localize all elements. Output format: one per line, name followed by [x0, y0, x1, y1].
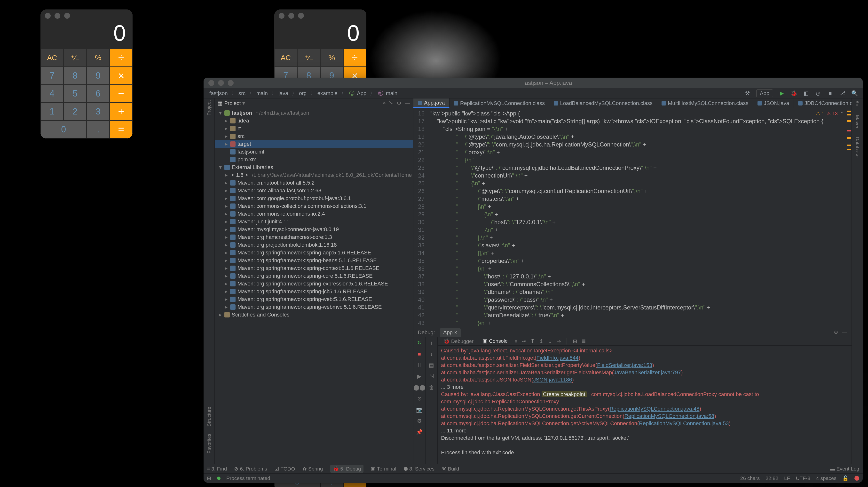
calc-key-0[interactable]: 0 — [40, 120, 87, 139]
calc-key-pct[interactable]: % — [320, 49, 343, 67]
calc-key-ac[interactable]: AC — [274, 49, 297, 67]
search-icon[interactable]: 🔍 — [851, 90, 858, 97]
tree-item[interactable]: ▸target — [215, 140, 413, 148]
tree-lib[interactable]: ▸Maven: org.springframework:spring-web:5… — [215, 295, 413, 303]
zoom-icon[interactable] — [298, 13, 304, 19]
tree-root[interactable]: ▾fastjson~/d4m1ts/java/fastjson — [215, 109, 413, 117]
mute-breakpoints-icon[interactable]: ⊘ — [416, 395, 423, 402]
export-icon[interactable]: ⇲ — [428, 373, 435, 380]
tree-lib[interactable]: ▸Maven: org.springframework:spring-conte… — [215, 264, 413, 272]
calc-key-3[interactable]: 3 — [87, 103, 110, 120]
up-stack-icon[interactable]: ↑ — [428, 339, 435, 347]
stack-link[interactable]: ReplicationMySQLConnection.java:58 — [624, 413, 714, 419]
calc-key-1[interactable]: 1 — [40, 103, 63, 120]
code-editor[interactable]: ⚠ 1 ⚠ 13 ⌃ 16 17 18 19 20 21 22 23 24 25… — [413, 108, 851, 328]
editor-tab[interactable]: JSON.java — [753, 98, 794, 108]
calc-key-5[interactable]: 5 — [63, 85, 87, 103]
problems-tool-button[interactable]: ⊘ 6: Problems — [234, 466, 267, 472]
status-indent[interactable]: 4 spaces — [816, 475, 837, 481]
create-breakpoint-button[interactable]: Create breakpoint — [541, 391, 587, 397]
editor-tab[interactable]: MultiHostMySQLConnection.class — [657, 98, 753, 108]
minimize-icon[interactable] — [218, 80, 224, 86]
fatal-error-icon[interactable] — [855, 476, 859, 481]
debugger-tab[interactable]: 🐞 Debugger — [441, 338, 476, 345]
breadcrumb-item[interactable]: fastjson — [209, 90, 228, 96]
calculator-window[interactable]: 0 AC⁺∕₋%÷789×456−123+0.= — [40, 9, 132, 139]
database-tool-button[interactable]: Database — [855, 137, 860, 157]
breadcrumb-item[interactable]: src — [239, 90, 246, 96]
favorites-tool-button[interactable]: Favorites — [207, 434, 212, 454]
status-line-sep[interactable]: LF — [784, 475, 790, 481]
code-area[interactable]: "kw">public "kw">class "cls">App { "kw">… — [427, 108, 851, 328]
tree-lib[interactable]: ▸Maven: junit:junit:4.11 — [215, 218, 413, 226]
debug-tool-button[interactable]: 🐞 5: Debug — [330, 465, 364, 473]
tree-lib[interactable]: ▸Maven: commons-io:commons-io:2.4 — [215, 210, 413, 218]
calc-key-div[interactable]: ÷ — [343, 49, 366, 67]
calc-key-pm[interactable]: ⁺∕₋ — [63, 49, 87, 67]
close-icon[interactable] — [279, 13, 284, 19]
step-over-icon[interactable]: ⤻ — [522, 338, 526, 344]
editor-tab[interactable]: App.java — [413, 98, 450, 108]
console-output[interactable]: Caused by: java.lang.reflect.InvocationT… — [438, 346, 851, 464]
calc-key-div[interactable]: ÷ — [110, 49, 132, 67]
project-tool-button[interactable]: Project — [206, 101, 212, 115]
settings-icon[interactable]: ⚙ — [397, 100, 402, 107]
close-icon[interactable] — [208, 80, 214, 86]
tree-lib[interactable]: ▸Maven: cn.hutool:hutool-all:5.5.2 — [215, 179, 413, 187]
trace-icon[interactable]: ≣ — [582, 338, 586, 344]
tree-external-libs[interactable]: ▾External Libraries — [215, 164, 413, 171]
debug-config-tab[interactable]: App × — [440, 328, 461, 337]
coverage-icon[interactable]: ◧ — [803, 90, 809, 97]
todo-tool-button[interactable]: ☑ TODO — [275, 466, 295, 472]
tree-lib[interactable]: ▸Maven: org.springframework:spring-webmv… — [215, 303, 413, 311]
readonly-icon[interactable]: 🔓 — [842, 475, 848, 481]
tree-lib[interactable]: ▸Maven: org.hamcrest:hamcrest-core:1.3 — [215, 233, 413, 241]
tree-lib[interactable]: ▸Maven: org.springframework:spring-aop:5… — [215, 249, 413, 257]
tree-item[interactable]: ▸.idea — [215, 117, 413, 125]
terminal-tool-button[interactable]: ▣ Terminal — [371, 466, 396, 472]
select-opened-file-icon[interactable]: ⌖ — [383, 100, 385, 107]
project-tree[interactable]: ▾fastjson~/d4m1ts/java/fastjson▸.idea▸rt… — [215, 108, 413, 464]
run-config-select[interactable]: App — [756, 89, 773, 97]
thread-dump-icon[interactable]: 📷 — [416, 406, 423, 413]
rerun-icon[interactable]: ↻ — [416, 339, 423, 347]
down-stack-icon[interactable]: ↓ — [428, 350, 435, 358]
tree-jdk[interactable]: ▸< 1.8 >/Library/Java/JavaVirtualMachine… — [215, 171, 413, 179]
status-encoding[interactable]: UTF-8 — [796, 475, 810, 481]
minimize-icon[interactable] — [55, 13, 60, 19]
wrap-icon[interactable]: ≡ — [515, 338, 517, 344]
tree-lib[interactable]: ▸Maven: mysql:mysql-connector-java:8.0.1… — [215, 226, 413, 233]
calc-key-9[interactable]: 9 — [87, 67, 110, 85]
stack-link[interactable]: FieldSerializer.java:153 — [597, 362, 652, 368]
breadcrumb-item[interactable]: example — [317, 90, 338, 96]
debug-options-icon[interactable]: ⚙ — [416, 418, 423, 425]
zoom-icon[interactable] — [228, 80, 234, 86]
status-caret-pos[interactable]: 22:82 — [766, 475, 778, 481]
tree-lib[interactable]: ▸Maven: org.springframework:spring-jcl:5… — [215, 288, 413, 295]
editor-tab[interactable]: ReplicationMySQLConnection.class — [450, 98, 550, 108]
breadcrumb-item[interactable]: java — [278, 90, 288, 96]
calc-key-dot[interactable]: . — [87, 120, 110, 139]
hide-pane-icon[interactable]: — — [405, 100, 410, 107]
breadcrumb-item[interactable]: main — [256, 90, 268, 96]
spring-tool-button[interactable]: ✿ Spring — [303, 466, 323, 472]
tree-item[interactable]: pom.xml — [215, 156, 413, 164]
calc-key-7[interactable]: 7 — [40, 67, 63, 85]
console-tab[interactable]: ▣ Console — [480, 337, 510, 345]
tree-item[interactable]: fastjson.iml — [215, 148, 413, 156]
run-to-cursor-icon[interactable]: ↦ — [557, 338, 561, 344]
tree-item[interactable]: ▸rt — [215, 125, 413, 133]
pin-icon[interactable]: 📌 — [416, 429, 423, 436]
project-pane-header[interactable]: ▦ Project▾ ⌖ ⇲ ⚙ — — [215, 98, 413, 108]
stack-link[interactable]: ReplicationMySQLConnection.java:53 — [639, 420, 729, 426]
stack-link[interactable]: JavaBeanSerializer.java:797 — [614, 369, 681, 375]
tree-lib[interactable]: ▸Maven: com.google.protobuf:protobuf-jav… — [215, 195, 413, 202]
zoom-icon[interactable] — [64, 13, 70, 19]
build-tool-button[interactable]: ⚒ Build — [442, 466, 459, 472]
calc-key-mul[interactable]: × — [110, 67, 132, 85]
maven-tool-button[interactable]: Maven — [855, 115, 860, 130]
ant-tool-button[interactable]: Ant — [855, 101, 860, 108]
tree-lib[interactable]: ▸Maven: org.springframework:spring-beans… — [215, 257, 413, 264]
debug-settings-icon[interactable]: ⚙ — [834, 330, 838, 336]
git-icon[interactable]: ⎇ — [839, 90, 846, 97]
